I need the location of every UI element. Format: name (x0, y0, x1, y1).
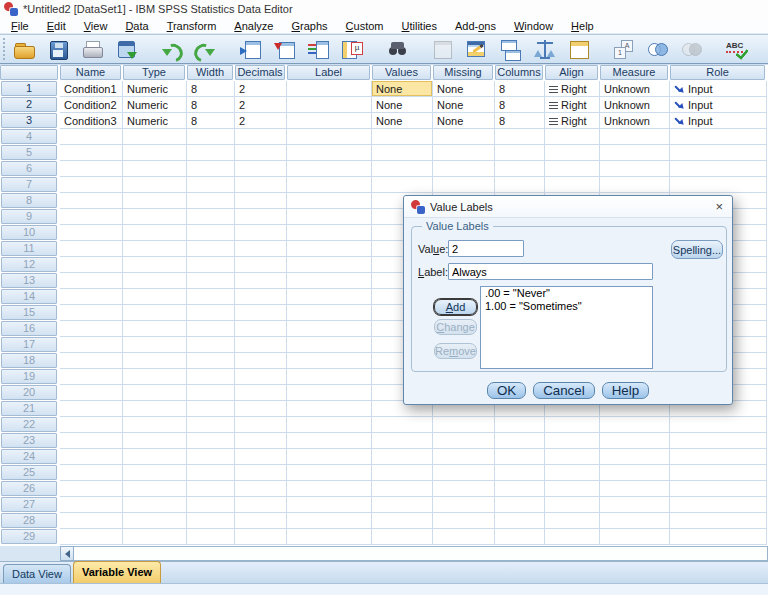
cell-7-name[interactable] (60, 177, 123, 193)
cell-7-align[interactable] (545, 177, 600, 193)
cell-27-role[interactable] (670, 497, 767, 513)
cell-1-columns[interactable]: 8 (495, 81, 545, 97)
cell-4-width[interactable] (187, 129, 235, 145)
cell-23-values[interactable] (372, 433, 433, 449)
cell-29-values[interactable] (372, 529, 433, 545)
menu-edit[interactable]: Edit (38, 18, 75, 34)
menu-custom[interactable]: Custom (337, 18, 393, 34)
cell-9-decimals[interactable] (235, 209, 287, 225)
cell-17-width[interactable] (187, 337, 235, 353)
cell-21-width[interactable] (187, 401, 235, 417)
row-header-26[interactable]: 26 (0, 481, 60, 497)
cell-29-decimals[interactable] (235, 529, 287, 545)
cell-18-width[interactable] (187, 353, 235, 369)
cell-21-label[interactable] (287, 401, 372, 417)
cell-19-label[interactable] (287, 369, 372, 385)
toolbar-select-cases-button[interactable] (565, 36, 592, 62)
cell-6-label[interactable] (287, 161, 372, 177)
row-header-11[interactable]: 11 (0, 241, 60, 257)
toolbar-variables-button[interactable] (305, 36, 332, 62)
cell-6-columns[interactable] (495, 161, 545, 177)
cell-16-width[interactable] (187, 321, 235, 337)
cell-8-type[interactable] (123, 193, 187, 209)
row-header-29[interactable]: 29 (0, 529, 60, 545)
cell-12-width[interactable] (187, 257, 235, 273)
cell-18-type[interactable] (123, 353, 187, 369)
cell-1-role[interactable]: Input (670, 81, 767, 97)
cell-2-type[interactable]: Numeric (123, 97, 187, 113)
cell-16-type[interactable] (123, 321, 187, 337)
cell-16-label[interactable] (287, 321, 372, 337)
menu-analyze[interactable]: Analyze (225, 18, 282, 34)
row-header-8[interactable]: 8 (0, 193, 60, 209)
cell-4-decimals[interactable] (235, 129, 287, 145)
cell-26-name[interactable] (60, 481, 123, 497)
cell-15-type[interactable] (123, 305, 187, 321)
column-header-missing[interactable]: Missing (433, 65, 493, 80)
column-header-type[interactable]: Type (123, 65, 185, 80)
cell-9-width[interactable] (187, 209, 235, 225)
help-button[interactable]: Help (602, 382, 649, 399)
toolbar-grip-handle[interactable] (2, 38, 7, 60)
cell-20-type[interactable] (123, 385, 187, 401)
cell-1-label[interactable] (287, 81, 372, 97)
cell-22-label[interactable] (287, 417, 372, 433)
cell-12-label[interactable] (287, 257, 372, 273)
row-header-16[interactable]: 16 (0, 321, 60, 337)
cell-5-label[interactable] (287, 145, 372, 161)
label-input[interactable] (448, 263, 653, 280)
dialog-title-bar[interactable]: Value Labels × (404, 196, 732, 218)
spelling-button[interactable]: Spelling... (671, 240, 723, 259)
cell-19-width[interactable] (187, 369, 235, 385)
cell-28-label[interactable] (287, 513, 372, 529)
row-header-6[interactable]: 6 (0, 161, 60, 177)
cell-28-type[interactable] (123, 513, 187, 529)
cell-13-name[interactable] (60, 273, 123, 289)
cell-25-columns[interactable] (495, 465, 545, 481)
row-header-3[interactable]: 3 (0, 113, 60, 129)
cell-20-decimals[interactable] (235, 385, 287, 401)
row-header-24[interactable]: 24 (0, 449, 60, 465)
cell-20-label[interactable] (287, 385, 372, 401)
row-header-17[interactable]: 17 (0, 337, 60, 353)
column-header-role[interactable]: Role (670, 65, 765, 80)
row-header-22[interactable]: 22 (0, 417, 60, 433)
cell-10-name[interactable] (60, 225, 123, 241)
cell-4-role[interactable] (670, 129, 767, 145)
row-header-27[interactable]: 27 (0, 497, 60, 513)
cell-27-values[interactable] (372, 497, 433, 513)
cell-24-label[interactable] (287, 449, 372, 465)
row-header-18[interactable]: 18 (0, 353, 60, 369)
cell-26-type[interactable] (123, 481, 187, 497)
row-header-5[interactable]: 5 (0, 145, 60, 161)
cell-22-width[interactable] (187, 417, 235, 433)
cell-4-name[interactable] (60, 129, 123, 145)
cell-3-label[interactable] (287, 113, 372, 129)
cell-26-measure[interactable] (600, 481, 670, 497)
cell-18-name[interactable] (60, 353, 123, 369)
cell-26-values[interactable] (372, 481, 433, 497)
cell-20-name[interactable] (60, 385, 123, 401)
cell-25-values[interactable] (372, 465, 433, 481)
toolbar-find-button[interactable] (384, 36, 411, 62)
cell-1-width[interactable]: 8 (187, 81, 235, 97)
cell-10-width[interactable] (187, 225, 235, 241)
cell-21-name[interactable] (60, 401, 123, 417)
cell-6-missing[interactable] (433, 161, 495, 177)
cell-28-measure[interactable] (600, 513, 670, 529)
cell-12-name[interactable] (60, 257, 123, 273)
cell-6-decimals[interactable] (235, 161, 287, 177)
cell-28-decimals[interactable] (235, 513, 287, 529)
menu-help[interactable]: Help (562, 18, 603, 34)
row-header-7[interactable]: 7 (0, 177, 60, 193)
cell-26-width[interactable] (187, 481, 235, 497)
cell-20-width[interactable] (187, 385, 235, 401)
cell-6-width[interactable] (187, 161, 235, 177)
list-item[interactable]: .00 = "Never" (481, 287, 652, 300)
cell-4-columns[interactable] (495, 129, 545, 145)
cell-6-name[interactable] (60, 161, 123, 177)
cell-26-role[interactable] (670, 481, 767, 497)
toolbar-variable-properties-button[interactable] (339, 36, 366, 62)
cell-24-decimals[interactable] (235, 449, 287, 465)
cell-8-label[interactable] (287, 193, 372, 209)
